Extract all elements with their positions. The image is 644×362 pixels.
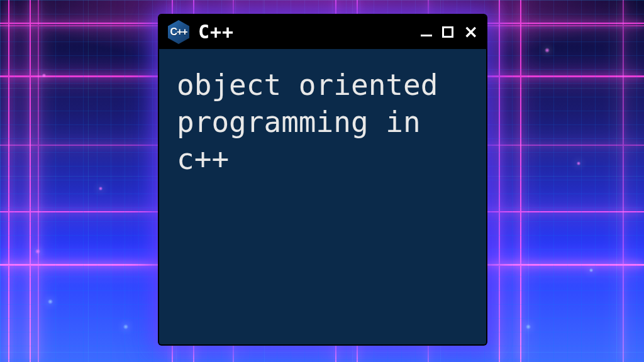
close-button[interactable]: × (464, 26, 477, 38)
window-controls: × (421, 26, 477, 38)
console-window: C++ C++ × object oriented programming in… (159, 15, 486, 344)
titlebar[interactable]: C++ C++ × (159, 15, 486, 49)
console-body: object oriented programming in c++ (159, 49, 486, 344)
maximize-button[interactable] (442, 26, 456, 38)
console-text: object oriented programming in c++ (177, 67, 469, 178)
window-title: C++ (198, 23, 234, 41)
title-left: C++ C++ (168, 20, 234, 44)
minimize-button[interactable] (421, 28, 435, 36)
cpp-logo-icon: C++ (168, 20, 189, 44)
cpp-logo-text: C++ (170, 27, 187, 37)
